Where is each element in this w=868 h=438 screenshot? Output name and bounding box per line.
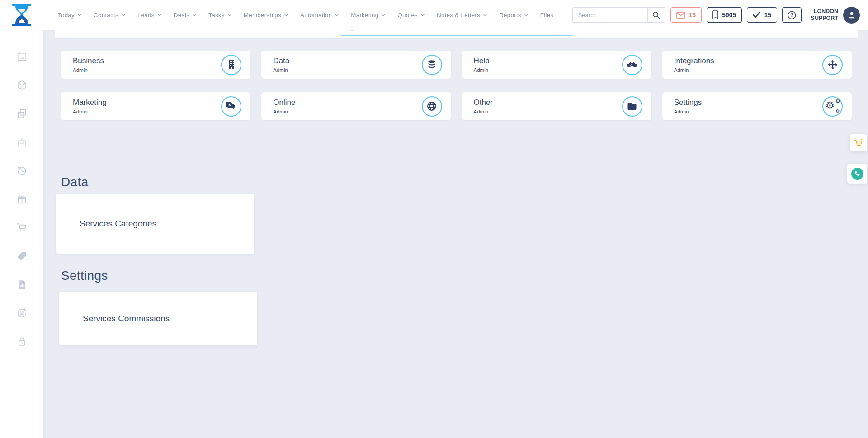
- admin-card-text: Help Admin: [474, 57, 490, 73]
- handshake-icon: [622, 55, 642, 75]
- nav-item-marketing[interactable]: Marketing: [351, 12, 386, 19]
- gear-large-glyph: ⚙: [826, 100, 835, 111]
- admin-card-text: Data Admin: [273, 57, 289, 73]
- nav-label: Notes & Letters: [437, 12, 480, 19]
- global-search-button[interactable]: [647, 7, 665, 23]
- shopping-cart-icon[interactable]: [16, 221, 28, 233]
- messages-count: 13: [689, 11, 696, 19]
- gear-tiny-glyph: ⚙: [836, 109, 840, 113]
- nav-label: Leads: [137, 12, 155, 19]
- nav-item-notes-letters[interactable]: Notes & Letters: [437, 12, 487, 19]
- history-icon[interactable]: [16, 165, 28, 176]
- calls-count: 5905: [722, 11, 736, 19]
- admin-card-help[interactable]: Help Admin: [462, 51, 651, 79]
- admin-card-business[interactable]: Business Admin: [61, 51, 250, 79]
- nav-label: Today: [58, 12, 75, 19]
- admin-card-settings[interactable]: Settings Admin ⚙ ⚙ ⚙: [662, 92, 852, 120]
- account-sync-icon[interactable]: [16, 307, 28, 319]
- nav-item-quotes[interactable]: Quotes: [397, 12, 425, 19]
- topbar-right-cluster: 13 5905 15 ? LONDON SUPPORT: [572, 7, 868, 24]
- folder-icon: [622, 96, 642, 117]
- chevron-down-icon: [77, 14, 82, 16]
- phone-icon: [854, 170, 860, 177]
- messages-counter-button[interactable]: 13: [670, 7, 702, 23]
- result-item-label: Services Commissions: [83, 314, 170, 324]
- admin-card-online[interactable]: Online Admin: [261, 92, 451, 120]
- calendar-icon[interactable]: 12: [16, 51, 28, 62]
- chevron-down-icon: [227, 14, 232, 16]
- envelope-icon: [676, 12, 685, 19]
- shopping-bag-download-icon[interactable]: [16, 136, 28, 148]
- chevron-down-icon: [121, 14, 126, 16]
- move-arrows-icon: [822, 55, 843, 75]
- admin-card-text: Business Admin: [73, 57, 104, 73]
- section-divider: [55, 260, 858, 260]
- admin-card-text: Integrations Admin: [674, 57, 714, 73]
- lock-icon[interactable]: [16, 335, 28, 347]
- admin-card-integrations[interactable]: Integrations Admin: [662, 51, 852, 79]
- user-avatar[interactable]: [843, 7, 860, 24]
- price-tag-icon[interactable]: [16, 250, 28, 262]
- chevron-down-icon: [284, 14, 288, 16]
- card-title: Marketing: [73, 98, 107, 107]
- chevron-down-icon: [192, 14, 197, 16]
- card-title: Business: [73, 57, 104, 66]
- chevron-down-icon: [381, 14, 386, 16]
- nav-label: Contacts: [94, 12, 118, 19]
- card-subtitle: Admin: [474, 67, 490, 73]
- nav-item-leads[interactable]: Leads: [137, 12, 162, 19]
- global-search-input[interactable]: [572, 7, 647, 23]
- admin-card-text: Online Admin: [273, 98, 295, 114]
- nav-label: Quotes: [397, 12, 418, 19]
- chevron-down-icon: [335, 14, 339, 16]
- tasks-counter-button[interactable]: 15: [747, 7, 777, 23]
- admin-card-text: Marketing Admin: [73, 98, 107, 114]
- nav-item-reports[interactable]: Reports: [499, 12, 528, 19]
- report-file-icon[interactable]: [16, 278, 28, 290]
- card-title: Other: [474, 98, 493, 107]
- card-subtitle: Admin: [273, 109, 295, 114]
- chevron-down-icon: [420, 14, 425, 16]
- svg-text:12: 12: [20, 56, 24, 60]
- admin-card-text: Settings Admin: [674, 98, 702, 114]
- gears-icon: ⚙ ⚙ ⚙: [822, 96, 843, 117]
- card-subtitle: Admin: [273, 67, 289, 73]
- admin-cards-grid: Business Admin Data Admin: [55, 51, 858, 120]
- top-navbar: Today Contacts Leads Deals Tasks Members…: [0, 0, 868, 30]
- admin-card-data[interactable]: Data Admin: [261, 51, 451, 79]
- nav-item-automation[interactable]: Automation: [300, 12, 339, 19]
- cart-widget-button[interactable]: [850, 134, 867, 151]
- gift-icon[interactable]: [16, 193, 28, 205]
- cube-icon[interactable]: [16, 79, 28, 91]
- result-item-services-commissions[interactable]: Services Commissions: [59, 292, 257, 345]
- help-button[interactable]: ?: [782, 7, 802, 23]
- app-logo[interactable]: [0, 3, 43, 27]
- card-subtitle: Admin: [73, 67, 104, 73]
- phone-bubble: [851, 168, 863, 180]
- nav-item-contacts[interactable]: Contacts: [94, 12, 126, 19]
- nav-item-memberships[interactable]: Memberships: [244, 12, 288, 19]
- phone-widget-button[interactable]: [847, 164, 867, 184]
- admin-card-marketing[interactable]: Marketing Admin $: [61, 92, 250, 120]
- nav-item-today[interactable]: Today: [58, 12, 82, 19]
- nav-item-tasks[interactable]: Tasks: [208, 12, 232, 19]
- nav-label: Reports: [499, 12, 521, 19]
- nav-label: Automation: [300, 12, 332, 19]
- nav-item-files[interactable]: Files: [540, 12, 554, 19]
- chevron-down-icon: [157, 14, 162, 16]
- admin-card-other[interactable]: Other Admin: [462, 92, 651, 120]
- card-subtitle: Admin: [674, 67, 714, 73]
- result-item-services-categories[interactable]: Services Categories: [56, 194, 254, 254]
- result-item-label: Services Categories: [80, 219, 156, 229]
- card-title: Settings: [674, 98, 702, 107]
- calls-counter-button[interactable]: 5905: [707, 7, 742, 23]
- gear-small-glyph: ⚙: [835, 99, 840, 104]
- section-divider: [55, 355, 858, 355]
- card-subtitle: Admin: [474, 109, 493, 114]
- left-sidebar: 12: [0, 30, 43, 438]
- check-icon: [753, 12, 760, 18]
- chevron-down-icon: [524, 14, 528, 16]
- building-icon: [221, 55, 241, 75]
- copy-icon[interactable]: [16, 108, 28, 119]
- nav-item-deals[interactable]: Deals: [174, 12, 197, 19]
